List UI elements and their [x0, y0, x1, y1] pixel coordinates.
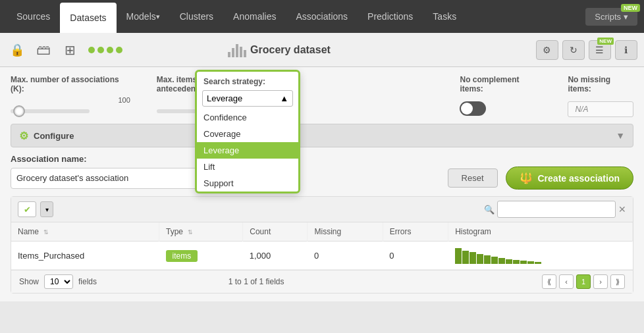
- nav-clusters[interactable]: Clusters: [170, 0, 223, 33]
- strategy-option-confidence[interactable]: Confidence: [197, 109, 298, 126]
- pagination-info: 1 to 1 of 1 fields: [228, 277, 284, 286]
- no-missing-label: No missing items:: [568, 75, 633, 93]
- clear-search-button[interactable]: ✕: [618, 204, 626, 215]
- table-toolbar: ✔ ▾ 🔍 ✕: [11, 197, 633, 222]
- create-association-button[interactable]: 🔱 Create association: [506, 166, 634, 190]
- nav-associations[interactable]: Associations: [286, 0, 358, 33]
- name-sort-icon: ⇅: [43, 229, 49, 236]
- select-dropdown-button[interactable]: ▾: [40, 201, 53, 217]
- cell-missing: 0: [308, 242, 383, 270]
- lock-icon: 🔒: [7, 39, 28, 61]
- nav-predictions[interactable]: Predictions: [358, 0, 423, 33]
- refresh-button[interactable]: ↻: [562, 40, 585, 60]
- table-search-input[interactable]: [497, 201, 616, 218]
- no-missing-group: No missing items: N/A: [568, 75, 633, 117]
- hbar-9: [513, 260, 520, 264]
- dot-4: [116, 47, 122, 53]
- col-type[interactable]: Type ⇅: [159, 222, 243, 242]
- dot-3: [107, 47, 113, 53]
- strategy-option-lift[interactable]: Lift: [197, 159, 298, 175]
- configure-label-group: ⚙ Configure: [19, 130, 74, 142]
- hbar-7: [498, 258, 505, 264]
- hbar-8: [506, 259, 512, 264]
- configure-text: Configure: [34, 131, 74, 141]
- max-associations-thumb[interactable]: [13, 105, 25, 117]
- strategy-option-leverage[interactable]: Leverage: [197, 142, 298, 159]
- dataset-title: Grocery dataset: [250, 44, 331, 56]
- dataset-icon: 🗃: [33, 39, 54, 61]
- fields-table-section: ✔ ▾ 🔍 ✕ Name ⇅ Type ⇅: [11, 196, 633, 294]
- chart-bars-icon: [228, 43, 246, 57]
- nav-sources[interactable]: Sources: [7, 0, 60, 33]
- dataset-title-group: Grocery dataset: [228, 43, 331, 57]
- no-complement-group: No complement items:: [460, 75, 541, 116]
- cell-errors: 0: [383, 242, 448, 270]
- type-sort-icon: ⇅: [188, 229, 193, 236]
- scripts-button[interactable]: Scripts ▾ NEW: [585, 8, 637, 26]
- cell-count: 1,000: [243, 242, 308, 270]
- max-associations-label: Max. number of associations (K):: [11, 75, 130, 93]
- hbar-12: [535, 262, 541, 264]
- strategy-arrow-icon: ▲: [280, 93, 288, 103]
- settings-button[interactable]: ⚙: [536, 40, 558, 60]
- last-page-button[interactable]: ⟫: [610, 274, 625, 289]
- nav-tasks[interactable]: Tasks: [423, 0, 466, 33]
- dataset-toolbar: 🔒 🗃 ⊞ Grocery dataset ⚙ ↻ ☰ NEW ℹ: [0, 33, 644, 67]
- search-icon: 🔍: [484, 205, 495, 215]
- scripts-label: Scripts: [595, 12, 621, 22]
- association-name-row: Reset 🔱 Create association: [11, 166, 633, 190]
- col-errors: Errors: [383, 222, 448, 242]
- grid-icon: ⊞: [59, 39, 80, 61]
- type-badge: items: [166, 250, 198, 262]
- strategy-option-support[interactable]: Support: [197, 175, 298, 192]
- association-name-section: Association name: Reset 🔱 Create associa…: [11, 154, 633, 190]
- max-associations-slider[interactable]: [11, 109, 90, 113]
- col-count: Count: [243, 222, 308, 242]
- col-missing: Missing: [308, 222, 383, 242]
- nav-datasets[interactable]: Datasets: [60, 3, 116, 33]
- create-icon: 🔱: [520, 172, 533, 184]
- menu-btn-wrap: ☰ NEW: [589, 40, 611, 60]
- no-missing-value: N/A: [568, 101, 633, 117]
- info-button[interactable]: ℹ: [615, 40, 637, 60]
- no-complement-toggle[interactable]: [460, 101, 486, 116]
- hbar-5: [484, 255, 491, 264]
- select-all-checkbox[interactable]: ✔: [18, 201, 36, 217]
- nav-models[interactable]: Models: [117, 0, 170, 33]
- scripts-arrow: ▾: [624, 12, 628, 22]
- strategy-selected-text: Leverage: [207, 93, 242, 103]
- histogram-visual: [455, 247, 626, 264]
- prev-page-button[interactable]: ‹: [559, 274, 574, 289]
- cell-histogram: [448, 242, 633, 270]
- configure-bar[interactable]: ⚙ Configure ▼: [11, 124, 633, 147]
- col-histogram: Histogram: [448, 222, 633, 242]
- page-navigation: ⟪ ‹ 1 › ⟫: [542, 274, 625, 289]
- hbar-4: [477, 254, 483, 264]
- status-dots: [88, 47, 122, 53]
- association-name-input[interactable]: [11, 168, 221, 189]
- configure-icon: ⚙: [19, 130, 28, 142]
- top-navigation: Sources Datasets Models Clusters Anomali…: [0, 0, 644, 33]
- dot-2: [97, 47, 104, 53]
- nav-anomalies[interactable]: Anomalies: [223, 0, 286, 33]
- search-area: 🔍 ✕: [484, 201, 626, 218]
- search-strategy-container: Search strategy: Leverage ▲ Confidence C…: [195, 70, 300, 193]
- reset-button[interactable]: Reset: [448, 168, 498, 188]
- toggle-knob: [461, 103, 473, 115]
- controls-row: Max. number of associations (K): 100 Max…: [11, 75, 633, 117]
- first-page-button[interactable]: ⟪: [542, 274, 556, 289]
- nav-right: Scripts ▾ NEW: [585, 8, 637, 26]
- cell-type: items: [159, 242, 243, 270]
- search-strategy-label: Search strategy:: [197, 72, 298, 88]
- dot-1: [88, 47, 95, 53]
- fields-label: fields: [78, 277, 97, 286]
- strategy-select-box[interactable]: Leverage ▲: [202, 90, 293, 107]
- menu-new-badge: NEW: [597, 38, 614, 45]
- next-page-button[interactable]: ›: [593, 274, 608, 289]
- show-count-select[interactable]: 10 25 50: [44, 274, 73, 289]
- current-page-button[interactable]: 1: [576, 274, 591, 289]
- col-name[interactable]: Name ⇅: [11, 222, 159, 242]
- max-associations-group: Max. number of associations (K): 100: [11, 75, 130, 113]
- association-name-label: Association name:: [11, 154, 633, 164]
- strategy-option-coverage[interactable]: Coverage: [197, 126, 298, 142]
